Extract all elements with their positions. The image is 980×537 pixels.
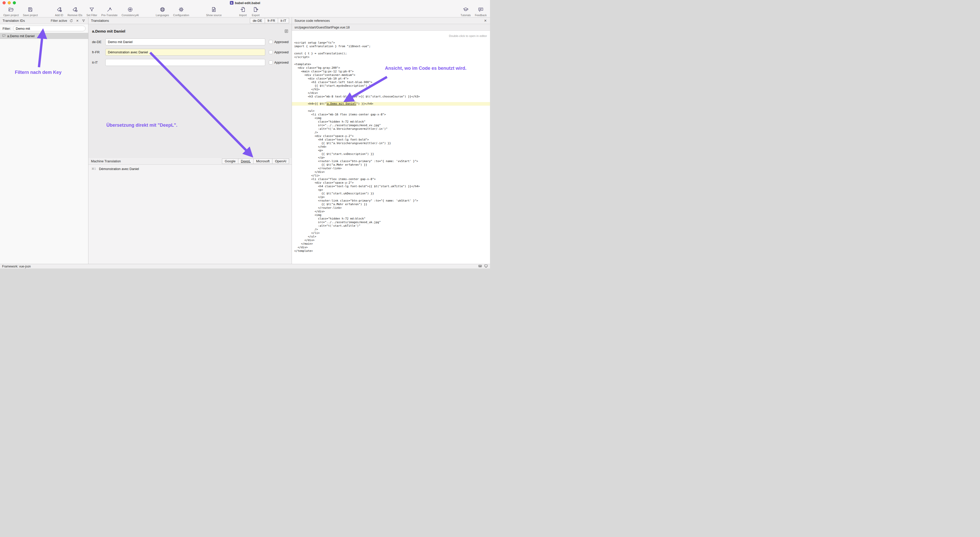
- mt-tab-microsoft[interactable]: Microsoft: [253, 158, 272, 164]
- code-line: <template>: [292, 62, 490, 66]
- toolbar-label: Remove IDs: [68, 14, 83, 17]
- toolbar-languages[interactable]: Languages: [154, 6, 170, 17]
- mt-tab-deepl[interactable]: DeepL: [238, 158, 253, 164]
- code-line: :alt="t('start.ukTitle')": [292, 224, 490, 228]
- toolbar-save-project[interactable]: Save project: [22, 6, 39, 17]
- close-panel-icon[interactable]: ✕: [483, 19, 487, 23]
- toolbar-label: Configuration: [173, 14, 189, 17]
- selected-translation-id: a.Demo mit Daniel: [92, 29, 125, 33]
- language-tabs: de-DEfr-FRit-IT: [250, 18, 289, 23]
- minimize-window-button[interactable]: [8, 1, 11, 4]
- language-tab-fr-FR[interactable]: fr-FR: [265, 18, 278, 23]
- titlebar: b babel-edit.babel: [0, 0, 490, 6]
- toolbar-configuration[interactable]: Configuration: [172, 6, 191, 17]
- machine-translation-body: ⌘1 Démonstration avec Daniel: [88, 165, 292, 264]
- close-window-button[interactable]: [3, 1, 6, 4]
- mt-shortcut: ⌘1: [91, 167, 96, 171]
- approved-checkbox-de-DE[interactable]: [269, 40, 273, 44]
- toolbar-export[interactable]: Export: [250, 6, 261, 17]
- tag-plus-icon: [56, 7, 62, 13]
- approved-wrap: Approved: [269, 50, 289, 54]
- approved-checkbox-it-IT[interactable]: [269, 61, 273, 64]
- language-tab-it-IT[interactable]: it-IT: [278, 18, 289, 23]
- approved-label: Approved: [274, 50, 289, 54]
- clear-filter-icon[interactable]: ✕: [75, 19, 80, 23]
- toolbar-label: Import: [239, 14, 247, 17]
- machine-translation-tabs: GoogleDeepLMicrosoftOpenAI: [222, 158, 289, 164]
- toolbar-consistencyai[interactable]: ConsistencyAI: [121, 6, 140, 17]
- code-line: class="hidden h-72 md:block": [292, 120, 490, 124]
- feedback-icon: [478, 7, 484, 13]
- mt-suggestion-row[interactable]: ⌘1 Démonstration avec Daniel: [91, 167, 289, 171]
- highlighted-translation-key[interactable]: a.Demo mit Daniel: [326, 102, 356, 106]
- code-line: </div>: [292, 210, 490, 214]
- export-icon: [253, 7, 259, 13]
- mt-tab-openai[interactable]: OpenAI: [272, 158, 289, 164]
- comment-icon[interactable]: [284, 29, 289, 33]
- code-line: {{ $t("a.Mehr erfahren") }}: [292, 163, 490, 167]
- folder-open-icon: [8, 7, 14, 13]
- code-line: {{ $t("start.ukDescription") }}: [292, 192, 490, 195]
- code-line: </template>: [292, 249, 490, 253]
- toolbar-tutorials[interactable]: Tutorials: [459, 6, 472, 17]
- code-line: </li>: [292, 174, 490, 177]
- code-line: </div>: [292, 91, 490, 95]
- tag-minus-icon: [72, 7, 78, 13]
- filter-icon[interactable]: [81, 19, 86, 23]
- language-label: it-IT: [92, 61, 105, 64]
- toolbar-import[interactable]: Import: [237, 6, 248, 17]
- toolbar-set-filter[interactable]: Set Filter: [85, 6, 99, 17]
- code-line: </ul>: [292, 235, 490, 239]
- toolbar-label: ConsistencyAI: [122, 14, 139, 17]
- toolbar-remove-ids[interactable]: Remove IDs: [66, 6, 84, 17]
- translation-input-it-IT[interactable]: [105, 59, 265, 66]
- source-file-reference[interactable]: src/pages/start/GuestStartPage.vue:18: [292, 24, 490, 31]
- toolbar-group: Open projectSave project: [2, 6, 39, 17]
- source-code-view[interactable]: <script setup lang="ts">import { useTran…: [292, 41, 490, 264]
- mt-tab-google[interactable]: Google: [222, 158, 238, 164]
- translation-row-fr-FR: fr-FRApproved: [92, 49, 289, 56]
- window-title-text: babel-edit.babel: [235, 1, 260, 5]
- code-line: [292, 48, 490, 52]
- keyboard-icon[interactable]: [478, 264, 482, 269]
- filter-input[interactable]: [13, 25, 86, 31]
- app-window: b babel-edit.babel Open projectSave proj…: [0, 0, 490, 269]
- gear-icon: [178, 7, 184, 13]
- approved-checkbox-fr-FR[interactable]: [269, 50, 273, 54]
- code-line: <div class="space-y-2">: [292, 134, 490, 138]
- app-icon: b: [230, 1, 234, 5]
- toolbar-open-project[interactable]: Open project: [2, 6, 20, 17]
- code-line: {{ $t("a.Mehr erfahren") }}: [292, 202, 490, 206]
- code-line: [292, 99, 490, 102]
- machine-translation-header: Machine Translation GoogleDeepLMicrosoft…: [88, 158, 292, 165]
- code-line: </div>: [292, 246, 490, 249]
- code-line: {{ $t("start.vvDescription") }}: [292, 152, 490, 156]
- code-line: class="hidden h-72 md:block": [292, 217, 490, 220]
- code-line: <div class="pb-10 pt-4">: [292, 77, 490, 81]
- toolbar: Open projectSave projectAdd IDRemove IDs…: [0, 6, 490, 18]
- code-line: </p>: [292, 195, 490, 199]
- filter-active-label: Filter active: [51, 19, 67, 22]
- translation-input-de-DE[interactable]: [105, 38, 265, 45]
- code-line: <div class="bg-gray-200">: [292, 66, 490, 70]
- toolbar-add-id[interactable]: Add ID: [54, 6, 65, 17]
- code-line: [292, 106, 490, 109]
- code-line: <h4>{{ $t("a.Demo mit Daniel") }}</h4>: [292, 102, 490, 106]
- toolbar-label: Pre-Translate: [101, 14, 118, 17]
- language-tab-de-DE[interactable]: de-DE: [250, 18, 265, 23]
- display-icon[interactable]: [484, 264, 488, 269]
- code-line: src="../../assets/images/mood_vv.jpg": [292, 124, 490, 127]
- refresh-icon[interactable]: [69, 19, 73, 23]
- code-line: />: [292, 131, 490, 134]
- translation-input-fr-FR[interactable]: [105, 49, 265, 56]
- toolbar-label: Tutorials: [461, 14, 471, 17]
- code-line: </router-link>: [292, 167, 490, 170]
- toolbar-show-source[interactable]: Show source: [205, 6, 223, 17]
- toolbar-pre-translate[interactable]: Pre-Translate: [100, 6, 119, 17]
- translation-key-row: a.Demo mit Daniel: [92, 28, 289, 34]
- toolbar-feedback[interactable]: Feedback: [474, 6, 488, 17]
- zoom-window-button[interactable]: [13, 1, 16, 4]
- translation-row-de-DE: de-DEApproved: [92, 38, 289, 45]
- magic-wand-icon: [107, 7, 112, 13]
- translation-id-item[interactable]: a.Demo mit Daniel: [0, 33, 88, 39]
